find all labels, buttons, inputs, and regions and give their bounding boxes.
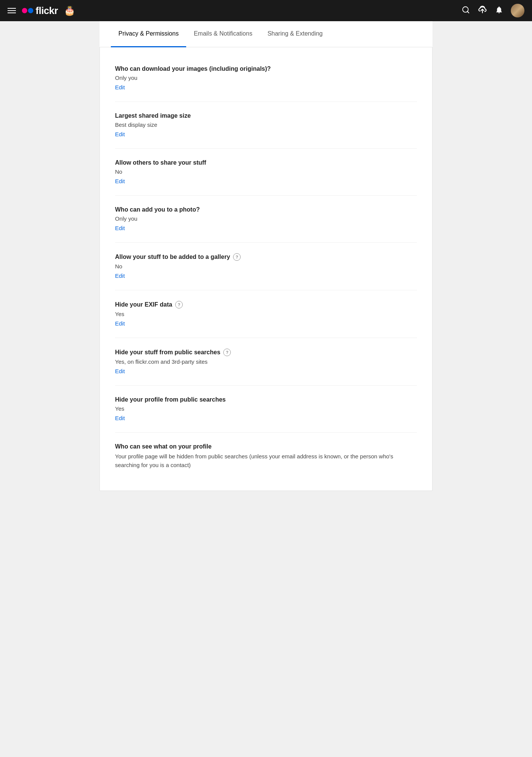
setting-gallery-edit[interactable]: Edit	[115, 273, 125, 279]
topbar-left: flickr 🎂	[8, 5, 75, 17]
setting-share-stuff-edit[interactable]: Edit	[115, 178, 125, 184]
menu-button[interactable]	[8, 8, 16, 13]
tab-sharing-extending[interactable]: Sharing & Extending	[260, 21, 330, 47]
setting-profile-see-title: Who can see what on your profile	[115, 443, 417, 450]
setting-profile-see: Who can see what on your profile Your pr…	[115, 433, 417, 483]
setting-download-edit[interactable]: Edit	[115, 84, 125, 90]
setting-download: Who can download your images (including …	[115, 55, 417, 102]
notifications-icon[interactable]	[495, 6, 503, 16]
setting-profile-searches-title: Hide your profile from public searches	[115, 396, 417, 403]
setting-image-size: Largest shared image size Best display s…	[115, 102, 417, 149]
setting-add-photo-value: Only you	[115, 215, 417, 222]
setting-image-size-title: Largest shared image size	[115, 112, 417, 119]
birthday-icon: 🎂	[64, 5, 75, 16]
gallery-help-icon[interactable]: ?	[233, 253, 241, 261]
setting-image-size-edit[interactable]: Edit	[115, 131, 125, 137]
setting-download-value: Only you	[115, 75, 417, 81]
exif-help-icon[interactable]: ?	[175, 301, 183, 308]
setting-share-stuff-value: No	[115, 168, 417, 175]
content-panel: Who can download your images (including …	[100, 47, 432, 491]
setting-exif: Hide your EXIF data ? Yes Edit	[115, 290, 417, 338]
setting-exif-edit[interactable]: Edit	[115, 320, 125, 327]
search-icon[interactable]	[462, 6, 470, 16]
tab-privacy-permissions[interactable]: Privacy & Permissions	[111, 21, 186, 47]
avatar[interactable]	[511, 4, 524, 17]
flickr-wordmark: flickr	[36, 5, 58, 17]
topbar-right	[462, 4, 524, 17]
setting-download-title: Who can download your images (including …	[115, 65, 417, 72]
setting-gallery: Allow your stuff to be added to a galler…	[115, 243, 417, 290]
main-container: Privacy & Permissions Emails & Notificat…	[92, 21, 440, 491]
setting-exif-title: Hide your EXIF data ?	[115, 301, 417, 308]
setting-add-photo: Who can add you to a photo? Only you Edi…	[115, 196, 417, 243]
public-searches-help-icon[interactable]: ?	[223, 349, 231, 356]
flickr-dots	[22, 8, 33, 13]
setting-share-stuff: Allow others to share your stuff No Edit	[115, 149, 417, 196]
setting-profile-see-description: Your profile page will be hidden from pu…	[115, 452, 417, 469]
upload-icon[interactable]	[478, 5, 487, 17]
setting-profile-searches-edit[interactable]: Edit	[115, 415, 125, 421]
setting-public-searches: Hide your stuff from public searches ? Y…	[115, 338, 417, 386]
setting-profile-searches-value: Yes	[115, 405, 417, 412]
dot-pink	[22, 8, 27, 13]
setting-public-searches-title: Hide your stuff from public searches ?	[115, 349, 417, 356]
svg-line-1	[467, 11, 469, 13]
setting-public-searches-edit[interactable]: Edit	[115, 368, 125, 374]
topbar: flickr 🎂	[0, 0, 532, 21]
setting-public-searches-value: Yes, on flickr.com and 3rd-party sites	[115, 358, 417, 365]
setting-add-photo-edit[interactable]: Edit	[115, 225, 125, 231]
tab-navigation: Privacy & Permissions Emails & Notificat…	[100, 21, 432, 47]
setting-exif-value: Yes	[115, 311, 417, 317]
setting-share-stuff-title: Allow others to share your stuff	[115, 159, 417, 166]
setting-profile-searches: Hide your profile from public searches Y…	[115, 386, 417, 433]
setting-image-size-value: Best display size	[115, 121, 417, 128]
dot-blue	[28, 8, 33, 13]
flickr-logo[interactable]: flickr	[22, 5, 58, 17]
tab-emails-notifications[interactable]: Emails & Notifications	[186, 21, 260, 47]
setting-gallery-value: No	[115, 263, 417, 269]
setting-add-photo-title: Who can add you to a photo?	[115, 206, 417, 213]
setting-gallery-title: Allow your stuff to be added to a galler…	[115, 253, 417, 261]
